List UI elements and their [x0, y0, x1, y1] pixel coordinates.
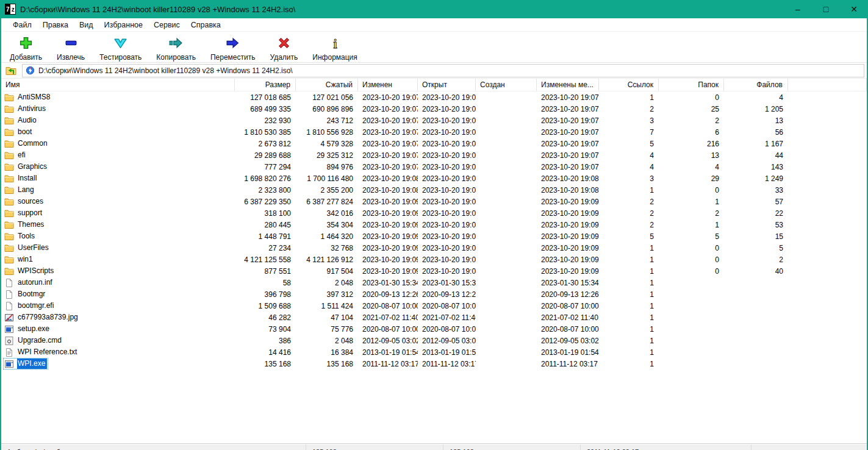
cell-links: 1 [599, 186, 659, 195]
table-row[interactable]: Install1 698 820 2761 700 116 4802023-10… [1, 173, 867, 184]
maximize-button[interactable]: □ [812, 0, 840, 18]
column-header-files[interactable]: Файлов [724, 79, 788, 91]
table-row[interactable]: Graphics777 294894 9762023-10-20 19:0720… [1, 161, 867, 173]
table-row[interactable]: Lang2 323 8002 355 2002023-10-20 19:0820… [1, 184, 867, 196]
seven-zip-window: 7 z D:\сборки\Windows 11 24H2\winboot ki… [0, 0, 868, 450]
file-item[interactable]: autorun.inf [3, 277, 56, 288]
table-row[interactable]: Antivirus689 499 335690 896 8962023-10-2… [1, 103, 867, 115]
column-header-accessed[interactable]: Изменены ме... [537, 79, 599, 91]
cell-accessed: 2023-10-20 19:08 [537, 186, 599, 195]
table-row[interactable]: bootmgr.efi1 509 6881 511 4242020-08-07 … [1, 300, 867, 312]
column-header-created[interactable]: Создан [476, 79, 537, 91]
cell-links: 1 [599, 337, 659, 345]
file-item[interactable]: win1 [3, 254, 36, 265]
minimize-button[interactable]: – [784, 0, 812, 18]
table-row[interactable]: WPI Reference.txt14 41616 3842013-01-19 … [1, 346, 867, 358]
file-item[interactable]: setup.exe [3, 323, 52, 335]
selected-file-item[interactable]: WPI.exe [3, 358, 48, 370]
table-row[interactable]: Tools1 448 7911 464 3202023-10-20 19:092… [1, 230, 867, 242]
table-row[interactable]: Bootmgr396 798397 3122020-09-13 12:26202… [1, 288, 867, 300]
table-row[interactable]: c677993a8739.jpg46 28247 1042021-07-02 1… [1, 312, 867, 323]
table-row[interactable]: support318 100342 0162023-10-20 19:09202… [1, 207, 867, 219]
menu-item-1[interactable]: Правка [37, 20, 74, 30]
file-name: c677993a8739.jpg [17, 312, 80, 323]
table-row[interactable]: UserFiles27 23432 7682023-10-20 19:09202… [1, 242, 867, 254]
column-header-folders[interactable]: Папок [659, 79, 724, 91]
file-name: sources [17, 196, 45, 207]
folder-up-button[interactable] [4, 64, 20, 77]
address-path-combo[interactable]: D:\сборки\Windows 11 24H2\winboot killer… [22, 64, 864, 77]
cell-links: 1 [599, 255, 659, 264]
cell-accessed: 2023-10-20 19:09 [537, 198, 599, 206]
cell-links: 2 [599, 221, 659, 229]
table-row[interactable]: setup.exe73 90475 7762020-08-07 10:00202… [1, 323, 867, 335]
cell-opened: 2020-09-13 12:26 [418, 290, 476, 299]
file-item[interactable]: bootmgr.efi [3, 300, 57, 312]
column-header-name[interactable]: Имя [1, 79, 235, 91]
cell-modified: 2023-10-20 19:07 [358, 151, 418, 160]
table-row[interactable]: AntiSMS8127 018 685127 021 0562023-10-20… [1, 91, 867, 103]
cell-accessed: 2023-10-20 19:07 [537, 163, 599, 171]
file-item[interactable]: WPIScripts [3, 265, 57, 277]
file-item[interactable]: Upgrade.cmd [3, 335, 65, 346]
file-item[interactable]: WPI Reference.txt [3, 346, 80, 358]
table-row[interactable]: sources6 387 229 3506 387 277 8242023-10… [1, 196, 867, 207]
close-button[interactable]: ✕ [840, 0, 868, 18]
file-item[interactable]: Bootmgr [3, 288, 48, 300]
cell-accessed: 2012-09-05 03:02 [537, 337, 599, 345]
file-item[interactable]: efi [3, 149, 29, 161]
toolbar-button-test-check[interactable]: Тестировать [92, 34, 149, 63]
cell-links: 5 [599, 140, 659, 148]
toolbar-button-move-arrow[interactable]: Переместить [203, 34, 263, 63]
cell-accessed: 2023-10-20 19:09 [537, 232, 599, 241]
file-item[interactable]: UserFiles [3, 242, 52, 254]
column-header-modified[interactable]: Изменен [358, 79, 418, 91]
table-row[interactable]: Common2 673 8124 579 3282023-10-20 19:07… [1, 138, 867, 149]
menu-item-0[interactable]: Файл [7, 20, 37, 30]
toolbar-button-extract-minus[interactable]: Извлечь [49, 34, 92, 63]
column-header-size[interactable]: Размер [235, 79, 296, 91]
cell-packed: 2 355 200 [296, 186, 358, 195]
cell-accessed: 2020-08-07 10:00 [537, 302, 599, 310]
cell-accessed: 2023-10-20 19:09 [537, 255, 599, 264]
table-row[interactable]: efi29 289 68829 325 3122023-10-20 19:072… [1, 149, 867, 161]
column-header-opened[interactable]: Открыт [418, 79, 476, 91]
file-item[interactable]: Tools [3, 230, 38, 242]
toolbar-button-copy-arrow[interactable]: Копировать [149, 34, 203, 63]
file-name: UserFiles [17, 243, 51, 253]
file-item[interactable]: Graphics [3, 161, 50, 173]
menu-item-2[interactable]: Вид [74, 20, 99, 30]
toolbar-button-add-plus[interactable]: Добавить [2, 34, 49, 63]
file-item[interactable]: Audio [3, 115, 40, 126]
table-row[interactable]: Upgrade.cmd3862 0482012-09-05 03:022012-… [1, 335, 867, 346]
table-row[interactable]: Audio232 930243 7122023-10-20 19:072023-… [1, 115, 867, 126]
column-header-packed[interactable]: Сжатый [296, 79, 358, 91]
menu-item-4[interactable]: Сервис [148, 20, 185, 30]
file-item[interactable]: support [3, 207, 45, 219]
file-item[interactable]: Themes [3, 219, 47, 230]
file-item[interactable]: boot [3, 126, 35, 138]
toolbar-button-info[interactable]: iИнформация [305, 34, 364, 63]
menu-item-5[interactable]: Справка [185, 20, 226, 30]
file-item[interactable]: Common [3, 138, 51, 149]
table-row[interactable]: autorun.inf582 0482023-01-30 15:342023-0… [1, 277, 867, 288]
cell-packed: 917 504 [296, 267, 358, 276]
file-item[interactable]: c677993a8739.jpg [3, 312, 81, 323]
toolbar-button-delete-x[interactable]: Удалить [263, 34, 306, 63]
script-icon [4, 336, 17, 346]
file-item[interactable]: sources [3, 196, 46, 207]
cell-packed: 29 325 312 [296, 151, 358, 160]
file-item[interactable]: Install [3, 173, 40, 184]
file-item[interactable]: Lang [3, 184, 37, 196]
file-item[interactable]: Antivirus [3, 103, 49, 115]
folder-icon [4, 116, 17, 126]
table-row[interactable]: WPI.exe135 168135 1682011-11-12 03:17201… [1, 358, 867, 370]
table-row[interactable]: WPIScripts877 551917 5042023-10-20 19:09… [1, 265, 867, 277]
file-item[interactable]: AntiSMS8 [3, 91, 53, 103]
table-row[interactable]: Themes280 445354 3042023-10-20 19:092023… [1, 219, 867, 230]
table-row[interactable]: win14 121 125 5584 121 126 9122023-10-20… [1, 254, 867, 265]
menu-item-3[interactable]: Избранное [99, 20, 148, 30]
column-header-links[interactable]: Ссылок [599, 79, 659, 91]
folder-icon [4, 174, 17, 184]
table-row[interactable]: boot1 810 530 3851 810 556 9282023-10-20… [1, 126, 867, 138]
